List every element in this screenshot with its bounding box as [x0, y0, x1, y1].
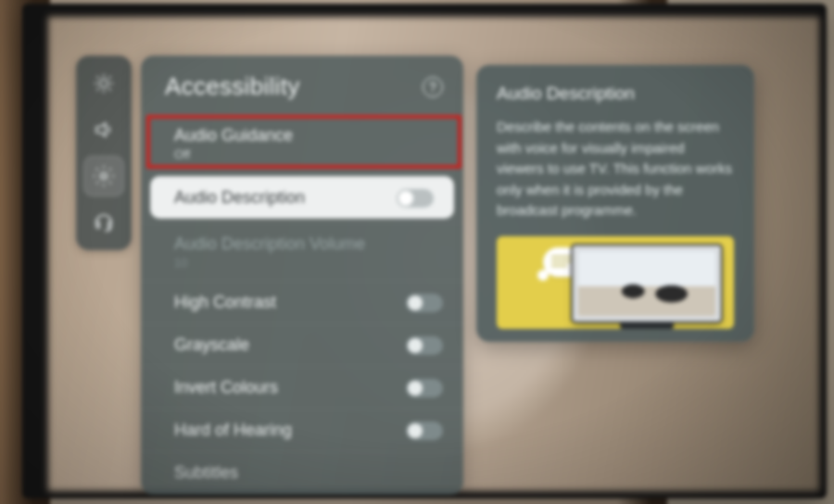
row-label: Audio Guidance: [174, 126, 293, 145]
card-thumbnail: [497, 236, 734, 329]
rail-item-sound[interactable]: [83, 109, 124, 150]
settings-rail: [76, 56, 132, 250]
row-audio-description-volume: Audio Description Volume 10: [141, 222, 463, 281]
info-card: Audio Description Describe the contents …: [476, 65, 754, 342]
settings-list: Audio Guidance Off Audio Description Aud…: [141, 114, 463, 494]
support-icon: [93, 211, 115, 233]
row-audio-guidance[interactable]: Audio Guidance Off: [141, 114, 463, 172]
row-invert-colours[interactable]: Invert Colours: [141, 366, 463, 409]
tv-frame: Accessibility ? Audio Guidance Off Audio…: [22, 4, 827, 498]
toggle-hard-of-hearing[interactable]: [406, 422, 443, 440]
svg-point-1: [101, 173, 107, 179]
brightness-icon: [93, 72, 115, 94]
row-grayscale[interactable]: Grayscale: [141, 323, 463, 366]
speech-bubble-icon: [543, 247, 582, 277]
row-audio-description[interactable]: Audio Description: [150, 176, 454, 219]
toggle-high-contrast[interactable]: [406, 294, 443, 312]
row-label: Hard of Hearing: [174, 421, 292, 439]
rail-item-support[interactable]: [83, 202, 124, 243]
svg-point-0: [100, 80, 107, 87]
row-label: Audio Description: [174, 188, 305, 207]
row-high-contrast[interactable]: High Contrast: [141, 281, 463, 323]
row-value: Off: [174, 147, 443, 161]
rail-item-picture[interactable]: [83, 63, 124, 104]
tv-illustration: [573, 246, 721, 321]
settings-icon: [93, 165, 115, 187]
row-label: Audio Description Volume: [174, 234, 365, 253]
toggle-invert-colours[interactable]: [406, 379, 443, 397]
row-subtitles[interactable]: Subtitles: [141, 451, 463, 494]
row-hard-of-hearing[interactable]: Hard of Hearing: [141, 409, 463, 451]
toggle-audio-description[interactable]: [397, 189, 434, 208]
annotation-highlight: [146, 115, 461, 169]
card-title: Audio Description: [497, 83, 734, 104]
row-label: Grayscale: [174, 335, 249, 354]
card-body: Describe the contents on the screen with…: [497, 117, 734, 221]
toggle-grayscale[interactable]: [406, 336, 443, 355]
tv-video-background: [48, 17, 819, 491]
row-value: 10: [174, 256, 443, 270]
panel-title: Accessibility: [165, 72, 300, 101]
row-label: Subtitles: [174, 463, 238, 482]
accessibility-panel: Accessibility ? Audio Guidance Off Audio…: [141, 56, 463, 495]
sound-icon: [93, 119, 115, 141]
help-button[interactable]: ?: [423, 77, 443, 97]
row-label: Invert Colours: [174, 378, 278, 397]
row-label: High Contrast: [174, 293, 276, 311]
rail-item-general[interactable]: [83, 156, 124, 196]
photo-background: Accessibility ? Audio Guidance Off Audio…: [0, 0, 834, 504]
